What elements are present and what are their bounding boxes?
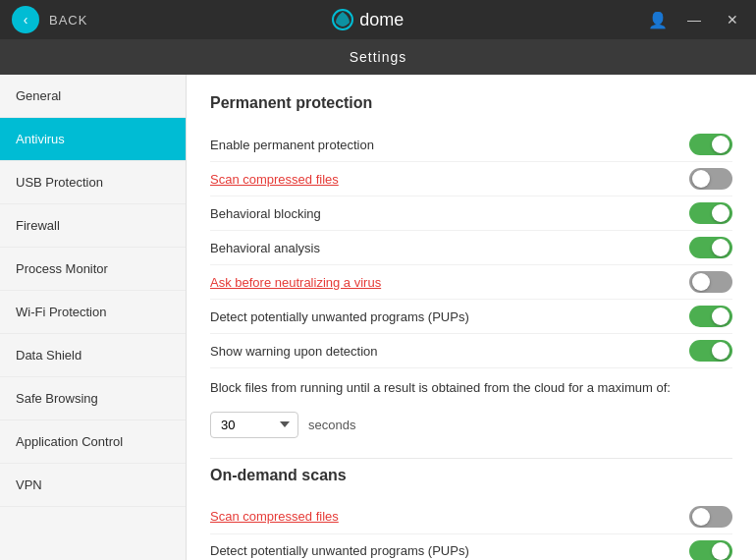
setting-row-scan-compressed-demand: Scan compressed files [210,500,732,534]
enable-permanent-label: Enable permanent protection [210,138,374,152]
ask-before-neutralizing-label: Ask before neutralizing a virus [210,275,381,290]
sidebar-item-antivirus[interactable]: Antivirus [0,118,186,161]
sidebar-item-safe-browsing[interactable]: Safe Browsing [0,377,186,420]
profile-icon[interactable]: 👤 [648,11,668,29]
sidebar-item-application-control[interactable]: Application Control [0,420,186,464]
setting-row-detect-pups-demand: Detect potentially unwanted programs (PU… [210,534,732,561]
scan-compressed-perm-toggle[interactable] [689,168,732,190]
ask-before-neutralizing-toggle[interactable] [689,271,732,293]
enable-permanent-toggle[interactable] [689,134,732,155]
cloud-block-text: Block files from running until a result … [210,368,732,404]
minimize-button[interactable]: — [681,10,707,29]
close-button[interactable]: ✕ [721,10,744,29]
show-warning-label: Show warning upon detection [210,344,378,359]
sidebar: General Antivirus USB Protection Firewal… [0,75,187,560]
setting-row-behavioral-analysis: Behavioral analysis [210,231,732,265]
setting-row-enable-permanent: Enable permanent protection [210,128,732,162]
sidebar-item-process-monitor[interactable]: Process Monitor [0,248,186,291]
title-bar-left: ‹ BACK [12,6,87,33]
sidebar-item-vpn[interactable]: VPN [0,464,186,507]
title-bar: ‹ BACK dome 👤 — ✕ [0,0,756,39]
on-demand-scans-title: On-demand scans [210,467,732,484]
behavioral-blocking-label: Behavioral blocking [210,206,321,221]
setting-row-scan-compressed-perm: Scan compressed files [210,162,732,196]
settings-header: Settings [0,39,756,75]
back-button[interactable]: ‹ [12,6,39,33]
detect-pups-perm-label: Detect potentially unwanted programs (PU… [210,309,469,324]
dropdown-unit: seconds [308,418,355,432]
behavioral-analysis-label: Behavioral analysis [210,241,320,255]
behavioral-blocking-toggle[interactable] [689,202,732,224]
back-label: BACK [49,13,87,28]
logo-text: dome [359,10,404,30]
title-bar-controls: 👤 — ✕ [648,10,744,29]
scan-compressed-perm-label: Scan compressed files [210,172,339,187]
sidebar-item-general[interactable]: General [0,75,186,118]
detect-pups-demand-label: Detect potentially unwanted programs (PU… [210,543,469,558]
behavioral-analysis-toggle[interactable] [689,237,732,258]
section-divider [210,458,732,459]
sidebar-item-firewall[interactable]: Firewall [0,204,186,248]
scan-compressed-demand-toggle[interactable] [689,506,732,528]
sidebar-item-data-shield[interactable]: Data Shield [0,334,186,377]
show-warning-toggle[interactable] [689,340,732,362]
setting-row-ask-before-neutralizing: Ask before neutralizing a virus [210,265,732,300]
settings-title: Settings [350,49,407,65]
scan-compressed-demand-label: Scan compressed files [210,509,339,524]
setting-row-behavioral-blocking: Behavioral blocking [210,196,732,231]
detect-pups-perm-toggle[interactable] [689,306,732,327]
permanent-protection-title: Permanent protection [210,94,732,112]
timeout-dropdown[interactable]: 10 20 30 60 [210,412,298,438]
main-layout: General Antivirus USB Protection Firewal… [0,75,756,560]
setting-row-detect-pups-perm: Detect potentially unwanted programs (PU… [210,300,732,334]
dome-logo-icon [332,9,353,30]
logo: dome [332,9,404,30]
detect-pups-demand-toggle[interactable] [689,540,732,561]
sidebar-item-wifi-protection[interactable]: Wi-Fi Protection [0,291,186,334]
setting-row-show-warning: Show warning upon detection [210,334,732,368]
dropdown-row: 10 20 30 60 seconds [210,404,732,450]
sidebar-item-usb-protection[interactable]: USB Protection [0,161,186,204]
content-area: Permanent protection Enable permanent pr… [187,75,756,560]
